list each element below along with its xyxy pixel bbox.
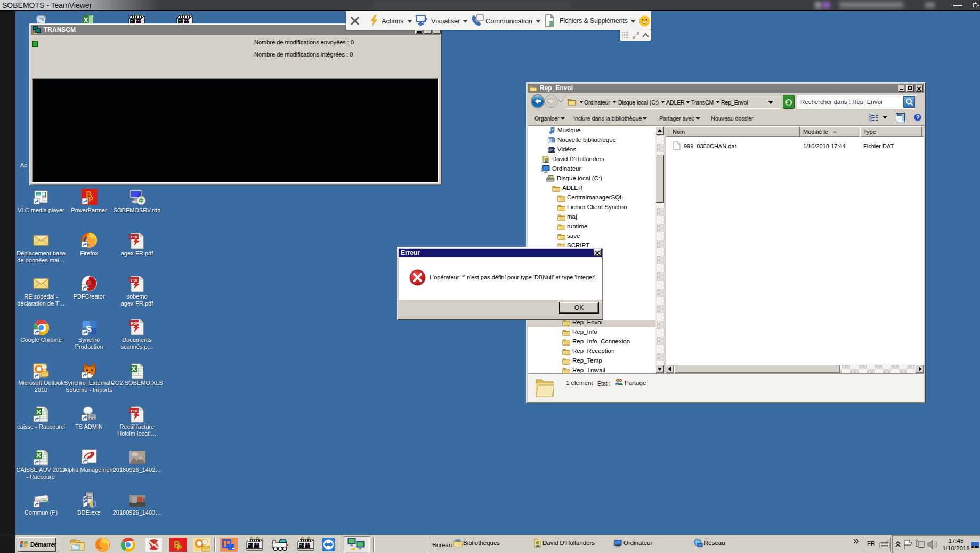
svg-text:?: ? (916, 114, 920, 121)
svg-text:P: P (177, 543, 182, 552)
svg-text:P: P (88, 195, 93, 204)
